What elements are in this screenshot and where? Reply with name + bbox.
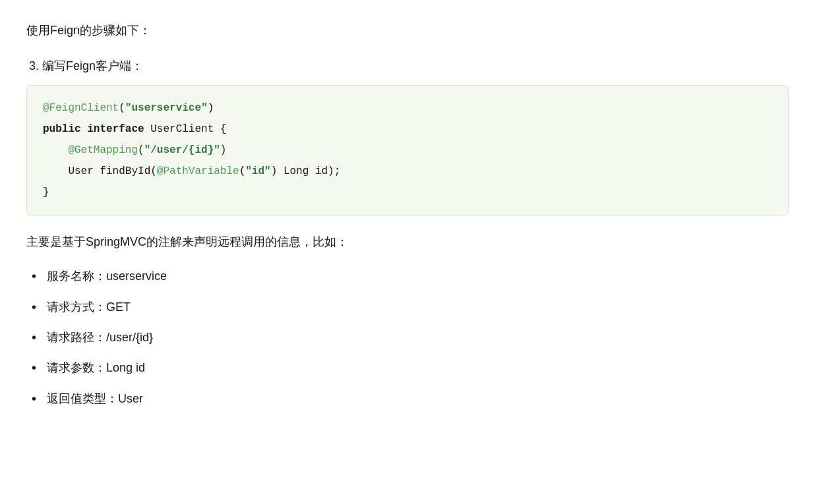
bullet-list: • 服务名称：userservice • 请求方式：GET • 请求路径：/us… xyxy=(26,266,789,409)
public-keyword: public xyxy=(43,123,81,135)
list-item: • 服务名称：userservice xyxy=(26,266,789,287)
bullet-content: 请求方式：GET xyxy=(47,296,131,318)
pathvariable-annotation: @PathVariable xyxy=(157,165,239,177)
list-item: • 返回值类型：User xyxy=(26,388,789,409)
intro-text: 使用Feign的步骤如下： xyxy=(26,20,789,41)
bullet-content: 请求参数：Long id xyxy=(47,357,145,378)
getmapping-string: "/user/{id}" xyxy=(144,144,220,156)
bullet-dot: • xyxy=(32,266,36,287)
getmapping-annotation: @GetMapping xyxy=(68,144,138,156)
feign-client-string: "userservice" xyxy=(125,102,208,114)
bullet-content: 返回值类型：User xyxy=(47,388,143,409)
interface-keyword: interface xyxy=(87,123,144,135)
bullet-content: 请求路径：/user/{id} xyxy=(47,327,153,348)
list-item: • 请求方式：GET xyxy=(26,296,789,318)
description-text: 主要是基于SpringMVC的注解来声明远程调用的信息，比如： xyxy=(26,231,789,252)
bullet-dot: • xyxy=(32,357,36,378)
bullet-dot: • xyxy=(32,296,36,318)
bullet-content: 服务名称：userservice xyxy=(47,266,167,287)
code-block: @FeignClient("userservice") public inter… xyxy=(26,85,789,215)
list-item: • 请求路径：/user/{id} xyxy=(26,327,789,348)
step3-label: 3. 编写Feign客户端： xyxy=(26,55,789,76)
feign-client-annotation: @FeignClient xyxy=(43,102,119,114)
bullet-dot: • xyxy=(32,327,36,348)
list-item: • 请求参数：Long id xyxy=(26,357,789,378)
bullet-dot: • xyxy=(32,388,36,409)
pathvariable-string: "id" xyxy=(245,165,270,177)
